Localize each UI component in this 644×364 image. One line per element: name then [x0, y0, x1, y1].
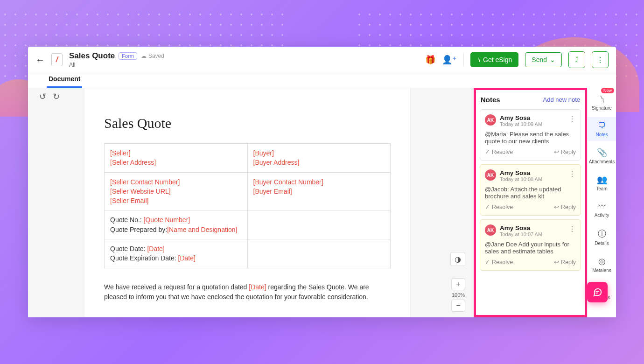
notes-title: Notes [481, 96, 500, 104]
note-more-icon[interactable]: ⋮ [568, 114, 576, 123]
note-timestamp: Today at 10:07 AM [500, 231, 542, 237]
document-title: Sales Quote [69, 51, 115, 61]
reply-button[interactable]: ↩Reply [554, 259, 576, 266]
redo-icon[interactable]: ↻ [53, 91, 60, 102]
reply-icon: ↩ [554, 203, 559, 210]
note-body: @Jane Doe Add your inputs for sales and … [485, 241, 576, 255]
placeholder[interactable]: [Seller Address] [110, 159, 156, 166]
note-card[interactable]: AK Amy Sosa Today at 10:09 AM ⋮ @Maria: … [480, 109, 581, 161]
reply-button[interactable]: ↩Reply [554, 203, 576, 210]
signature-icon: ༽ [600, 94, 604, 104]
share-icon: ⤴ [575, 56, 579, 64]
attachment-icon: 📎 [597, 147, 607, 158]
resolve-button[interactable]: ✓Resolve [485, 259, 513, 266]
chat-fab[interactable] [587, 282, 608, 302]
rail-item-notes[interactable]: 🗨Notes [588, 117, 616, 141]
note-more-icon[interactable]: ⋮ [568, 224, 576, 233]
team-icon: 👥 [597, 175, 607, 185]
form-badge: Form [119, 52, 137, 60]
note-timestamp: Today at 10:08 AM [500, 176, 542, 182]
reply-button[interactable]: ↩Reply [554, 148, 576, 155]
rail-item-signature[interactable]: ༽Signature [588, 91, 616, 114]
share-button[interactable]: ⤴ [568, 51, 585, 68]
label: Quote Prepared by: [110, 226, 167, 233]
placeholder[interactable]: [Name and Designation] [167, 226, 237, 233]
back-arrow-icon[interactable]: ← [35, 55, 45, 65]
zoom-level: 100% [452, 292, 465, 298]
avatar: AK [485, 169, 496, 181]
app-window: ← / Sales Quote Form ☁Saved All 🎁 👤⁺ ༽Ge… [28, 47, 616, 317]
note-body: @Maria: Please send the sales quote to o… [485, 131, 576, 145]
note-author: Amy Sosa [500, 224, 542, 231]
color-toggle-button[interactable]: ◑ [450, 252, 465, 266]
add-note-button[interactable]: Add new note [543, 96, 580, 103]
label: Quote No.: [110, 216, 144, 224]
note-author: Amy Sosa [500, 114, 542, 121]
get-esign-button[interactable]: ༽Get eSign [470, 52, 518, 67]
work-area: ↺ ↻ Sales Quote [Seller] [Seller Address… [28, 88, 616, 317]
placeholder[interactable]: [Seller Email] [110, 197, 148, 204]
activity-icon: 〰 [598, 202, 606, 211]
placeholder[interactable]: [Buyer] [253, 149, 274, 157]
zoom-controls: + 100% − [451, 278, 465, 312]
notes-icon: 🗨 [598, 121, 606, 131]
note-author: Amy Sosa [500, 169, 542, 176]
saved-status: ☁Saved [141, 53, 164, 59]
cloud-icon: ☁ [141, 53, 147, 59]
subtitle: All [69, 62, 164, 68]
avatar: AK [485, 224, 496, 236]
gift-icon[interactable]: 🎁 [425, 55, 435, 65]
body-paragraph[interactable]: We have received a request for a quotati… [104, 282, 391, 302]
add-user-icon[interactable]: 👤⁺ [442, 55, 457, 65]
reply-icon: ↩ [554, 148, 559, 155]
placeholder[interactable]: [Seller Contact Number] [110, 178, 180, 186]
more-menu-button[interactable]: ⋮ [592, 51, 609, 68]
placeholder[interactable]: [Seller] [110, 149, 131, 157]
placeholder[interactable]: [Date] [178, 254, 196, 262]
rail-item-team[interactable]: 👥Team [588, 171, 616, 195]
send-button[interactable]: Send⌄ [525, 52, 562, 67]
placeholder[interactable]: [Date] [147, 245, 164, 252]
note-card[interactable]: AK Amy Sosa Today at 10:07 AM ⋮ @Jane Do… [480, 219, 581, 271]
chevron-down-icon: ⌄ [550, 56, 555, 63]
lens-icon: ◎ [598, 256, 606, 266]
zoom-out-button[interactable]: − [451, 300, 465, 312]
placeholder[interactable]: [Buyer Address] [253, 159, 300, 166]
check-icon: ✓ [485, 148, 490, 155]
placeholder[interactable]: [Buyer Email] [253, 188, 292, 195]
note-body: @Jacob: Attach the updated brochure and … [485, 186, 576, 200]
resolve-button[interactable]: ✓Resolve [485, 148, 513, 155]
info-icon: ⓘ [598, 228, 606, 239]
zoom-in-button[interactable]: + [451, 278, 465, 290]
rail-item-attachments[interactable]: 📎Attachments [588, 144, 616, 168]
table-row: [Seller] [Seller Address] [Buyer] [Buyer… [105, 144, 391, 173]
undo-icon[interactable]: ↺ [39, 91, 46, 102]
tab-row: Document [28, 71, 616, 88]
placeholder[interactable]: [Buyer Contact Number] [253, 178, 323, 186]
canvas-panel: ↺ ↻ Sales Quote [Seller] [Seller Address… [28, 88, 474, 317]
top-bar: ← / Sales Quote Form ☁Saved All 🎁 👤⁺ ༽Ge… [28, 47, 616, 73]
separator [463, 54, 464, 66]
placeholder[interactable]: [Quote Number] [144, 216, 190, 224]
check-icon: ✓ [485, 203, 490, 210]
kebab-icon: ⋮ [596, 56, 604, 64]
note-card[interactable]: AK Amy Sosa Today at 10:08 AM ⋮ @Jacob: … [480, 164, 581, 216]
document-page[interactable]: Sales Quote [Seller] [Seller Address] [B… [84, 88, 411, 317]
avatar: AK [485, 114, 496, 126]
rail-item-details[interactable]: ⓘDetails [588, 224, 616, 250]
table-row: Quote No.: [Quote Number] Quote Prepared… [105, 210, 391, 239]
rail-item-metalens[interactable]: ◎Metalens [588, 252, 616, 277]
placeholder[interactable]: [Seller Website URL] [110, 188, 171, 195]
label: Quote Date: [110, 245, 147, 252]
document-heading: Sales Quote [104, 115, 391, 131]
table-row: [Seller Contact Number] [Seller Website … [105, 172, 391, 210]
check-icon: ✓ [485, 259, 490, 266]
tab-document[interactable]: Document [47, 71, 82, 88]
reply-icon: ↩ [554, 259, 559, 266]
rail-item-activity[interactable]: 〰Activity [588, 198, 616, 222]
signature-icon: ༽ [477, 56, 480, 63]
document-type-icon: / [51, 53, 63, 66]
placeholder[interactable]: [Date] [249, 283, 266, 291]
resolve-button[interactable]: ✓Resolve [485, 203, 513, 210]
note-more-icon[interactable]: ⋮ [568, 169, 576, 178]
